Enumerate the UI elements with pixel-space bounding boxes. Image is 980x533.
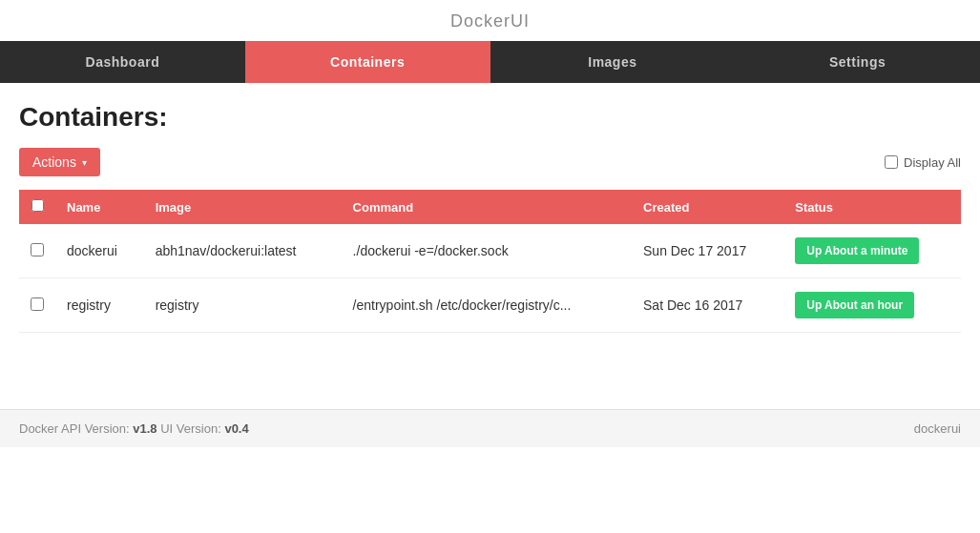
main-content: Containers: Actions ▾ Display All Name I… [0, 83, 980, 333]
th-status: Status [783, 190, 961, 224]
table-row: registry registry /entrypoint.sh /etc/do… [19, 278, 961, 333]
row-command-1: /entrypoint.sh /etc/docker/registry/c... [342, 278, 632, 333]
nav-item-dashboard[interactable]: Dashboard [0, 41, 245, 83]
row-select-0[interactable] [31, 243, 44, 256]
actions-button[interactable]: Actions ▾ [19, 148, 100, 176]
display-all-container: Display All [885, 155, 961, 170]
row-created-1: Sat Dec 16 2017 [632, 278, 783, 333]
row-status-1: Up About an hour [783, 278, 961, 333]
select-all-checkbox[interactable] [31, 199, 44, 212]
toolbar: Actions ▾ Display All [19, 148, 961, 176]
ui-label: UI Version: [160, 421, 221, 436]
row-image-1: registry [144, 278, 342, 333]
row-select-1[interactable] [31, 297, 44, 311]
nav-item-images[interactable]: Images [490, 41, 736, 83]
th-image: Image [144, 190, 342, 224]
table-body: dockerui abh1nav/dockerui:latest ./docke… [19, 224, 961, 333]
nav-item-containers[interactable]: Containers [245, 41, 490, 83]
display-all-label: Display All [904, 155, 961, 170]
row-status-0: Up About a minute [783, 224, 961, 278]
nav-bar: Dashboard Containers Images Settings [0, 41, 980, 83]
th-name: Name [55, 190, 144, 224]
table-row: dockerui abh1nav/dockerui:latest ./docke… [19, 224, 961, 278]
row-name-0: dockerui [55, 224, 144, 278]
app-title: DockerUI [0, 0, 980, 41]
th-command: Command [342, 190, 632, 224]
row-checkbox-0 [19, 224, 55, 278]
table-header: Name Image Command Created Status [19, 190, 961, 224]
nav-item-settings[interactable]: Settings [735, 41, 980, 83]
row-created-0: Sun Dec 17 2017 [632, 224, 783, 278]
display-all-checkbox[interactable] [885, 155, 898, 169]
docker-api-label: Docker API Version: [19, 421, 130, 436]
page-title: Containers: [19, 102, 961, 133]
docker-api-version: v1.8 [133, 421, 156, 436]
row-name-1: registry [55, 278, 144, 333]
actions-label: Actions [32, 154, 76, 170]
row-checkbox-1 [19, 278, 55, 333]
version-info: Docker API Version: v1.8 UI Version: v0.… [19, 421, 249, 436]
th-created: Created [632, 190, 783, 224]
status-button-1[interactable]: Up About an hour [795, 292, 914, 318]
footer: Docker API Version: v1.8 UI Version: v0.… [0, 409, 980, 447]
row-image-0: abh1nav/dockerui:latest [144, 224, 342, 278]
status-button-0[interactable]: Up About a minute [795, 237, 919, 264]
ui-version: v0.4 [224, 421, 248, 436]
containers-table: Name Image Command Created Status docker… [19, 190, 961, 333]
row-command-0: ./dockerui -e=/docker.sock [342, 224, 632, 278]
th-checkbox [19, 190, 55, 224]
hostname: dockerui [914, 421, 961, 436]
chevron-down-icon: ▾ [82, 157, 87, 168]
